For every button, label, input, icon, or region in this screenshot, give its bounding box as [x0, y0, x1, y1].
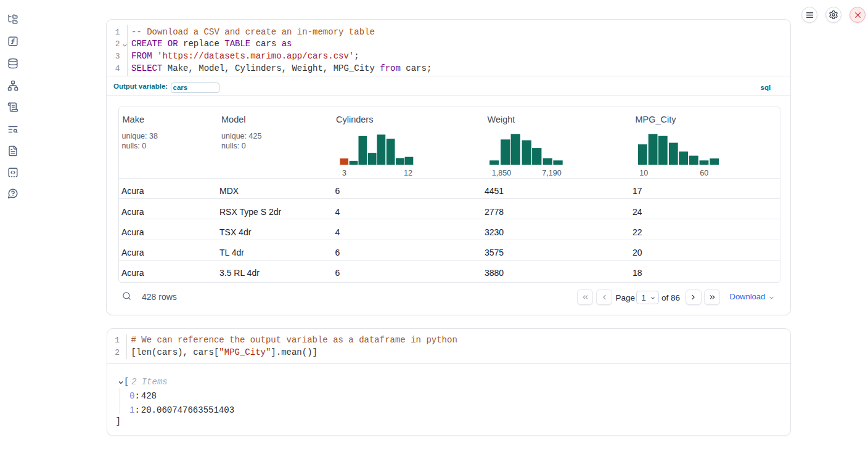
svg-text:7,190: 7,190 — [542, 169, 561, 177]
svg-text:1,850: 1,850 — [491, 169, 510, 177]
svg-text:60: 60 — [700, 169, 709, 177]
svg-text:12: 12 — [404, 169, 412, 177]
svg-text:10: 10 — [640, 169, 649, 177]
svg-text:3: 3 — [342, 169, 346, 177]
